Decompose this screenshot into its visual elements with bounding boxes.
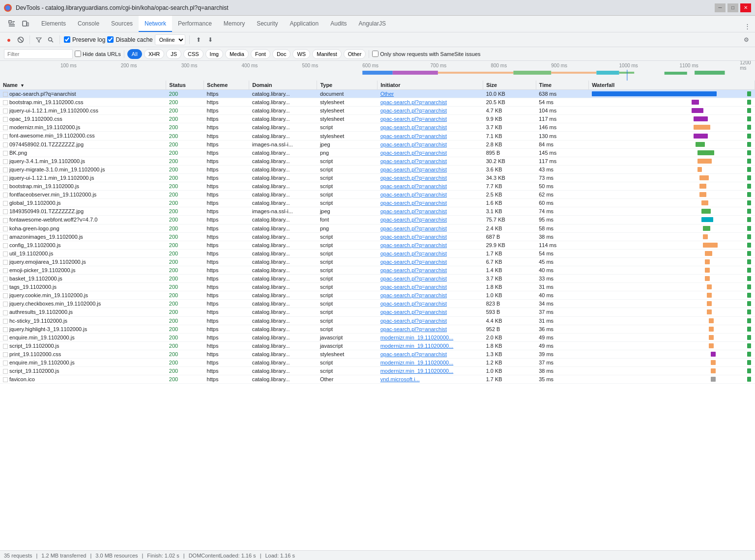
tab-performance[interactable]: Performance (172, 16, 218, 32)
cell-initiator[interactable]: opac-search.pl?q=anarchist (378, 291, 483, 300)
clear-button[interactable] (16, 35, 26, 45)
table-row[interactable]: jquery.emojiarea_19.1102000.js200httpsca… (0, 257, 755, 266)
record-button[interactable]: ● (4, 35, 14, 45)
col-header-scheme[interactable]: Scheme (204, 81, 249, 90)
filter-media[interactable]: Media (225, 49, 249, 59)
cell-initiator[interactable]: opac-search.pl?q=anarchist (378, 224, 483, 232)
table-row[interactable]: tags_19.1102000.js200httpscatalog.librar… (0, 283, 755, 291)
table-row[interactable]: bootstrap.min_19.1102000.js200httpscatal… (0, 182, 755, 191)
close-button[interactable]: ✕ (740, 3, 751, 12)
tab-sources[interactable]: Sources (105, 16, 139, 32)
cell-initiator[interactable]: opac-search.pl?q=anarchist (378, 300, 483, 308)
cell-initiator[interactable]: opac-search.pl?q=anarchist (378, 283, 483, 291)
cell-initiator[interactable]: opac-search.pl?q=anarchist (378, 232, 483, 241)
search-button[interactable] (46, 35, 56, 45)
cell-initiator[interactable]: opac-search.pl?q=anarchist (378, 216, 483, 224)
cell-initiator[interactable]: opac-search.pl?q=anarchist (378, 350, 483, 358)
settings-button[interactable]: ⚙ (741, 35, 751, 45)
tab-elements[interactable]: Elements (35, 16, 72, 32)
samesite-label[interactable]: Only show requests with SameSite issues (372, 51, 480, 57)
table-row[interactable]: 0974458902.01.TZZZZZZZ.jpg200httpsimages… (0, 140, 755, 148)
table-row[interactable]: enquire.min_19.1102000.js200httpscatalog… (0, 333, 755, 341)
maximize-button[interactable]: □ (727, 3, 738, 12)
table-row[interactable]: opac-search.pl?q=anarchist200httpscatalo… (0, 90, 755, 98)
import-button[interactable]: ⬆ (194, 35, 203, 45)
cell-initiator[interactable]: opac-search.pl?q=anarchist (378, 140, 483, 148)
col-header-name[interactable]: Name ▼ (0, 81, 166, 90)
tab-audits[interactable]: Audits (324, 16, 352, 32)
col-header-domain[interactable]: Domain (249, 81, 317, 90)
table-row[interactable]: jquery-migrate-3.1.0.min_19.1102000.js20… (0, 165, 755, 173)
cell-initiator[interactable]: opac-search.pl?q=anarchist (378, 182, 483, 191)
cell-initiator[interactable]: opac-search.pl?q=anarchist (378, 132, 483, 140)
preserve-log-checkbox[interactable] (64, 36, 70, 43)
col-header-type[interactable]: Type (317, 81, 378, 90)
tab-network[interactable]: Network (139, 16, 172, 32)
filter-all[interactable]: All (127, 49, 142, 59)
filter-css[interactable]: CSS (183, 49, 203, 59)
throttle-select[interactable]: Online (155, 34, 185, 45)
table-row[interactable]: basket_19.1102000.js200httpscatalog.libr… (0, 275, 755, 283)
table-row[interactable]: print_19.1102000.css200httpscatalog.libr… (0, 350, 755, 358)
filter-manifest[interactable]: Manifest (312, 49, 342, 59)
table-row[interactable]: script_19.1102000.js200httpscatalog.libr… (0, 341, 755, 350)
tab-memory[interactable]: Memory (218, 16, 251, 32)
samesite-checkbox[interactable] (372, 51, 378, 57)
table-row[interactable]: fontfaceobserver.min_19.1102000.js200htt… (0, 191, 755, 199)
cell-initiator[interactable]: opac-search.pl?q=anarchist (378, 207, 483, 216)
filter-doc[interactable]: Doc (272, 49, 291, 59)
filter-ws[interactable]: WS (292, 49, 310, 59)
filter-other[interactable]: Other (344, 49, 366, 59)
cell-initiator[interactable]: modernizr.min_19.11020000... (378, 367, 483, 375)
cell-initiator[interactable]: opac-search.pl?q=anarchist (378, 266, 483, 274)
table-row[interactable]: amazonimages_19.1102000.js200httpscatalo… (0, 232, 755, 241)
filter-icon-button[interactable] (34, 35, 44, 45)
table-row[interactable]: config_19.1102000.js200httpscatalog.libr… (0, 241, 755, 249)
cell-initiator[interactable]: modernizr.min_19.11020000... (378, 359, 483, 367)
filter-input[interactable] (4, 49, 73, 59)
minimize-button[interactable]: ─ (715, 3, 726, 12)
table-row[interactable]: font-awesome.min_19.1102000.css200httpsc… (0, 132, 755, 140)
filter-img[interactable]: Img (205, 49, 223, 59)
col-header-time[interactable]: Time (536, 81, 588, 90)
more-tabs-button[interactable]: ⋮ (741, 20, 753, 32)
table-row[interactable]: koha-green-logo.png200httpscatalog.libra… (0, 224, 755, 232)
col-header-waterfall[interactable]: Waterfall (589, 81, 755, 90)
cell-initiator[interactable]: opac-search.pl?q=anarchist (378, 241, 483, 249)
cell-initiator[interactable]: opac-search.pl?q=anarchist (378, 316, 483, 325)
table-row[interactable]: jquery.cookie.min_19.1102000.js200httpsc… (0, 291, 755, 300)
hide-data-urls-label[interactable]: Hide data URLs (75, 51, 121, 57)
disable-cache-checkbox[interactable] (107, 36, 114, 43)
cell-initiator[interactable]: modernizr.min_19.11020000... (378, 341, 483, 350)
cell-initiator[interactable]: opac-search.pl?q=anarchist (378, 173, 483, 182)
cell-initiator[interactable]: opac-search.pl?q=anarchist (378, 191, 483, 199)
table-row[interactable]: jquery.highlight-3_19.1102000.js200https… (0, 325, 755, 333)
table-row[interactable]: fontawesome-webfont.woff2?v=4.7.0200http… (0, 216, 755, 224)
network-table-container[interactable]: Name ▼ Status Scheme Domain Type Initiat… (0, 81, 755, 550)
disable-cache-label[interactable]: Disable cache (107, 36, 152, 43)
filter-font[interactable]: Font (251, 49, 270, 59)
table-row[interactable]: favicon.ico200httpscatalog.library...Oth… (0, 375, 755, 384)
cell-initiator[interactable]: opac-search.pl?q=anarchist (378, 249, 483, 257)
table-row[interactable]: opac_19.1102000.css200httpscatalog.libra… (0, 115, 755, 123)
col-header-status[interactable]: Status (166, 81, 204, 90)
table-row[interactable]: util_19.1102000.js200httpscatalog.librar… (0, 249, 755, 257)
cell-initiator[interactable]: opac-search.pl?q=anarchist (378, 275, 483, 283)
cell-initiator[interactable]: opac-search.pl?q=anarchist (378, 325, 483, 333)
cell-initiator[interactable]: modernizr.min_19.11020000... (378, 333, 483, 341)
preserve-log-label[interactable]: Preserve log (64, 36, 105, 43)
tab-angularjs[interactable]: AngularJS (353, 16, 392, 32)
cell-initiator[interactable]: opac-search.pl?q=anarchist (378, 107, 483, 115)
export-button[interactable]: ⬇ (205, 35, 215, 45)
cell-initiator[interactable]: opac-search.pl?q=anarchist (378, 257, 483, 266)
table-row[interactable]: jquery.checkboxes.min_19.1102000.js200ht… (0, 300, 755, 308)
table-row[interactable]: script_19.1102000.js200httpscatalog.libr… (0, 367, 755, 375)
cell-initiator[interactable]: opac-search.pl?q=anarchist (378, 115, 483, 123)
table-row[interactable]: authresults_19.1102000.js200httpscatalog… (0, 308, 755, 316)
tab-security[interactable]: Security (251, 16, 284, 32)
cell-initiator[interactable]: opac-search.pl?q=anarchist (378, 157, 483, 165)
table-row[interactable]: 1849350949.01.TZZZZZZZ.jpg200httpsimages… (0, 207, 755, 216)
cell-initiator[interactable]: opac-search.pl?q=anarchist (378, 308, 483, 316)
cell-initiator[interactable]: opac-search.pl?q=anarchist (378, 165, 483, 173)
table-row[interactable]: BK.png200httpscatalog.library...pngopac-… (0, 148, 755, 157)
